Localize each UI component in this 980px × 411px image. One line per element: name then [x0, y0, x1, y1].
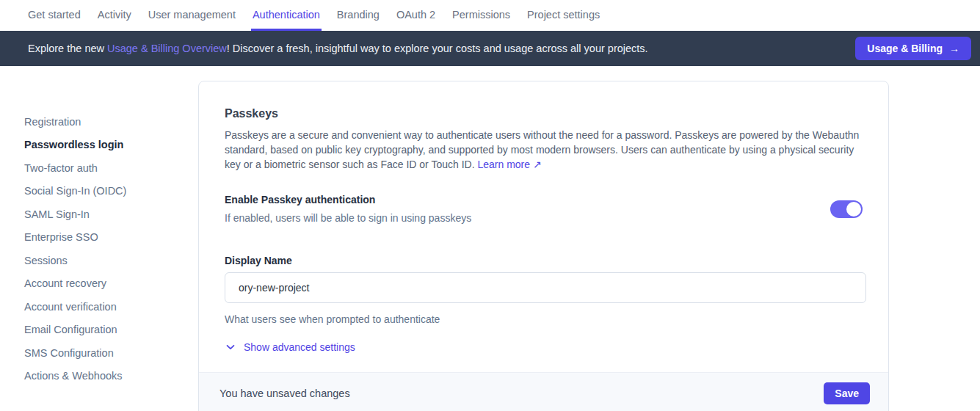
save-button[interactable]: Save [824, 382, 870, 404]
show-advanced-settings-label: Show advanced settings [244, 341, 355, 353]
banner-message: Explore the new Usage & Billing Overview… [28, 43, 648, 54]
tab-user-management[interactable]: User management [147, 0, 237, 31]
display-name-input[interactable] [225, 272, 866, 303]
passkeys-description: Passkeys are a secure and convenient way… [225, 128, 863, 172]
display-name-label: Display Name [225, 255, 863, 266]
arrow-right-icon: → [949, 43, 959, 54]
passkeys-description-text: Passkeys are a secure and convenient way… [225, 129, 859, 170]
tab-branding[interactable]: Branding [335, 0, 381, 31]
sidebar-item-email-configuration[interactable]: Email Configuration [24, 319, 198, 342]
toggle-knob [846, 202, 861, 217]
enable-passkey-toggle[interactable] [830, 200, 863, 218]
sidebar-item-sessions[interactable]: Sessions [24, 249, 198, 272]
enable-passkey-row: Enable Passkey authentication If enabled… [225, 194, 863, 224]
usage-billing-button[interactable]: Usage & Billing → [855, 37, 971, 60]
tab-activity[interactable]: Activity [96, 0, 133, 31]
sidebar-item-social-sign-in[interactable]: Social Sign-In (OIDC) [24, 180, 198, 203]
enable-passkey-labels: Enable Passkey authentication If enabled… [225, 194, 471, 224]
tab-project-settings[interactable]: Project settings [526, 0, 601, 31]
usage-billing-banner: Explore the new Usage & Billing Overview… [0, 31, 980, 66]
page-title: Passkeys [225, 107, 863, 120]
sidebar-item-passwordless-login[interactable]: Passwordless login [24, 134, 198, 157]
sidebar-item-enterprise-sso[interactable]: Enterprise SSO [24, 226, 198, 250]
display-name-block: Display Name What users see when prompte… [225, 255, 863, 325]
sidebar-item-account-recovery[interactable]: Account recovery [24, 272, 198, 296]
sidebar-item-registration[interactable]: Registration [24, 110, 198, 134]
external-link-icon: ↗ [533, 159, 542, 170]
sidebar-item-saml-sign-in[interactable]: SAML Sign-In [24, 203, 198, 226]
sidebar-item-account-verification[interactable]: Account verification [24, 295, 198, 319]
learn-more-label: Learn more [477, 159, 530, 170]
show-advanced-settings[interactable]: Show advanced settings [225, 341, 355, 353]
learn-more-link[interactable]: Learn more ↗ [477, 159, 541, 170]
enable-passkey-description: If enabled, users will be able to sign i… [225, 212, 471, 224]
tab-permissions[interactable]: Permissions [451, 0, 512, 31]
usage-billing-button-label: Usage & Billing [867, 43, 943, 54]
sidebar-item-actions-webhooks[interactable]: Actions & Webhooks [24, 365, 198, 388]
unsaved-changes-bar: You have unsaved changes Save [199, 372, 888, 411]
enable-passkey-label: Enable Passkey authentication [225, 194, 471, 205]
banner-text-before: Explore the new [28, 43, 107, 54]
settings-sidebar: Registration Passwordless login Two-fact… [0, 66, 198, 411]
usage-billing-overview-link[interactable]: Usage & Billing Overview [107, 43, 227, 54]
sidebar-item-two-factor-auth[interactable]: Two-factor auth [24, 156, 198, 180]
display-name-helper: What users see when prompted to authenti… [225, 313, 863, 325]
tab-authentication[interactable]: Authentication [251, 0, 322, 31]
banner-text-after: ! Discover a fresh, insightful way to ex… [227, 43, 648, 54]
tab-oauth2[interactable]: OAuth 2 [395, 0, 437, 31]
content-area: Registration Passwordless login Two-fact… [0, 66, 980, 411]
chevron-down-icon [225, 341, 236, 353]
passkeys-settings-card: Passkeys Passkeys are a secure and conve… [198, 81, 889, 411]
unsaved-changes-text: You have unsaved changes [219, 382, 350, 404]
top-navigation: Get started Activity User management Aut… [0, 0, 980, 31]
tab-get-started[interactable]: Get started [26, 0, 82, 31]
passkeys-card-body: Passkeys Passkeys are a secure and conve… [199, 81, 888, 353]
sidebar-item-sms-configuration[interactable]: SMS Configuration [24, 341, 198, 365]
